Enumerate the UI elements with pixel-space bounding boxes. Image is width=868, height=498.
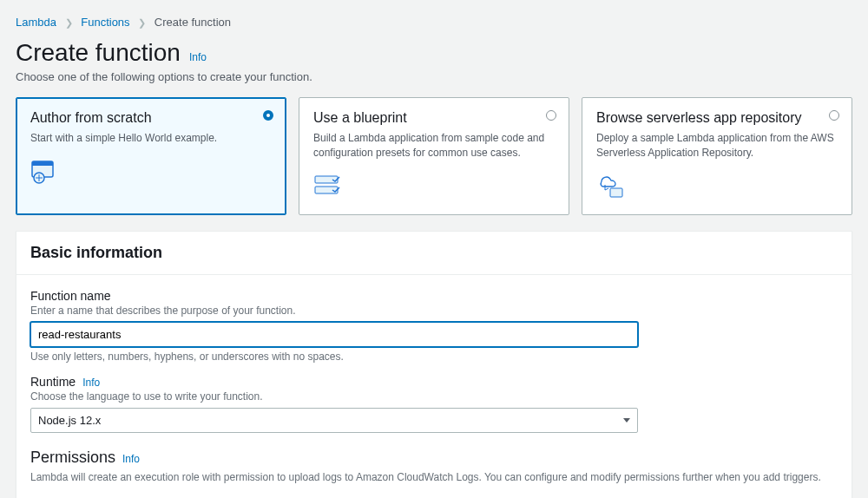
permissions-desc: Lambda will create an execution role wit… bbox=[30, 470, 838, 485]
svg-rect-4 bbox=[315, 187, 338, 193]
option-desc: Build a Lambda application from sample c… bbox=[313, 131, 555, 161]
permissions-label: Permissions bbox=[30, 449, 115, 467]
runtime-info-link[interactable]: Info bbox=[82, 377, 100, 389]
runtime-label: Runtime bbox=[30, 375, 76, 389]
breadcrumb: Lambda ❯ Functions ❯ Create function bbox=[0, 0, 868, 34]
function-name-sub: Enter a name that describes the purpose … bbox=[30, 305, 838, 317]
function-name-hint: Use only letters, numbers, hyphens, or u… bbox=[30, 351, 838, 363]
breadcrumb-functions[interactable]: Functions bbox=[81, 16, 129, 29]
option-use-blueprint[interactable]: Use a blueprint Build a Lambda applicati… bbox=[299, 97, 569, 215]
creation-options: Author from scratch Start with a simple … bbox=[0, 97, 868, 231]
runtime-select[interactable]: Node.js 12.x bbox=[30, 408, 638, 433]
option-serverless-repo[interactable]: Browse serverless app repository Deploy … bbox=[582, 97, 852, 215]
breadcrumb-lambda[interactable]: Lambda bbox=[16, 16, 56, 29]
option-desc: Deploy a sample Lambda application from … bbox=[596, 131, 838, 161]
permissions-info-link[interactable]: Info bbox=[122, 453, 140, 465]
chevron-down-icon bbox=[623, 418, 630, 423]
option-author-from-scratch[interactable]: Author from scratch Start with a simple … bbox=[16, 97, 286, 215]
function-name-input[interactable] bbox=[30, 322, 638, 347]
radio-icon bbox=[546, 110, 556, 121]
radio-icon bbox=[263, 110, 273, 121]
runtime-value: Node.js 12.x bbox=[38, 414, 101, 427]
page-subtitle: Choose one of the following options to c… bbox=[0, 70, 868, 97]
svg-rect-3 bbox=[315, 176, 338, 183]
chevron-right-icon: ❯ bbox=[65, 17, 73, 28]
radio-icon bbox=[829, 110, 839, 121]
scratch-icon bbox=[30, 158, 65, 186]
blueprint-icon bbox=[313, 173, 348, 200]
option-title: Browse serverless app repository bbox=[596, 110, 838, 126]
option-desc: Start with a simple Hello World example. bbox=[30, 131, 272, 146]
cloud-deploy-icon bbox=[596, 173, 631, 200]
page-title: Create function bbox=[16, 39, 181, 67]
basic-info-panel: Basic information Function name Enter a … bbox=[16, 231, 852, 498]
option-title: Author from scratch bbox=[30, 110, 272, 126]
svg-rect-1 bbox=[32, 161, 53, 166]
info-link[interactable]: Info bbox=[189, 51, 207, 63]
breadcrumb-current: Create function bbox=[155, 16, 231, 29]
option-title: Use a blueprint bbox=[313, 110, 555, 126]
svg-rect-5 bbox=[610, 188, 622, 197]
function-name-label: Function name bbox=[30, 289, 838, 303]
runtime-sub: Choose the language to use to write your… bbox=[30, 390, 838, 403]
panel-title: Basic information bbox=[16, 232, 852, 275]
chevron-right-icon: ❯ bbox=[138, 17, 146, 28]
